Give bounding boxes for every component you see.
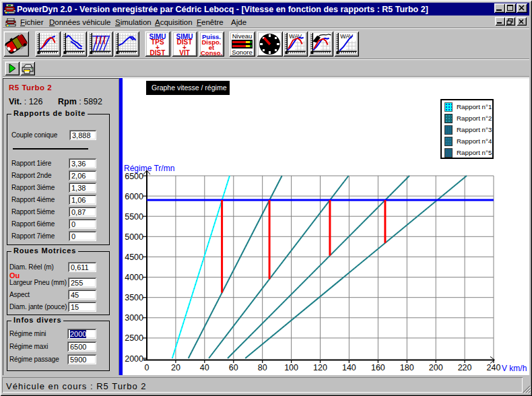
svg-text:240: 240 xyxy=(487,363,501,372)
svg-text:2000: 2000 xyxy=(125,354,143,364)
svg-text:2500: 2500 xyxy=(125,333,143,343)
svg-text:0: 0 xyxy=(145,363,149,372)
svg-text:4000: 4000 xyxy=(125,273,143,282)
svg-text:6500: 6500 xyxy=(125,172,143,181)
svg-text:120: 120 xyxy=(313,363,327,372)
svg-text:3500: 3500 xyxy=(125,293,143,302)
svg-text:200: 200 xyxy=(429,363,443,372)
svg-text:5500: 5500 xyxy=(125,212,143,222)
svg-text:40: 40 xyxy=(200,363,209,372)
svg-text:220: 220 xyxy=(458,363,472,372)
svg-text:4500: 4500 xyxy=(125,253,143,262)
svg-text:80: 80 xyxy=(258,363,267,372)
svg-text:20: 20 xyxy=(171,363,180,372)
svg-text:100: 100 xyxy=(284,363,298,372)
svg-text:6000: 6000 xyxy=(125,192,143,201)
svg-text:180: 180 xyxy=(400,363,414,372)
svg-text:3000: 3000 xyxy=(125,313,143,323)
svg-text:140: 140 xyxy=(342,363,356,372)
svg-text:5000: 5000 xyxy=(125,232,143,242)
svg-text:60: 60 xyxy=(229,363,238,372)
svg-text:160: 160 xyxy=(371,363,385,372)
